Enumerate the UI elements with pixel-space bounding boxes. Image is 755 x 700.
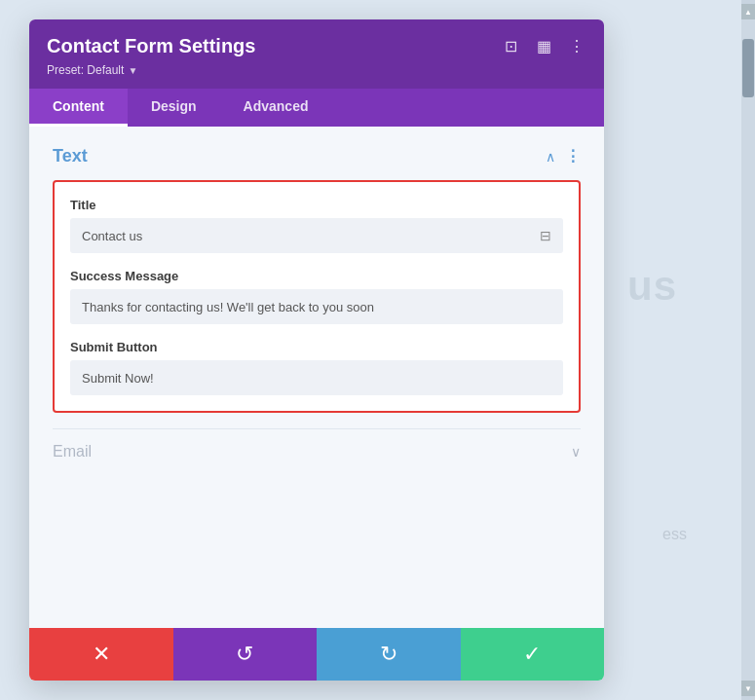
submit-button-label: Submit Button xyxy=(70,340,563,354)
modal-body: Text ∧ ⋮ Title Contact us ⊟ Success Mess… xyxy=(29,127,604,628)
title-field-group: Title Contact us ⊟ xyxy=(70,198,563,253)
tab-design[interactable]: Design xyxy=(128,89,220,127)
undo-button[interactable]: ↺ xyxy=(173,628,318,681)
target-icon[interactable]: ⊡ xyxy=(501,37,520,56)
header-top: Contact Form Settings ⊡ ▦ ⋮ xyxy=(47,35,586,57)
text-section-title: Text xyxy=(53,146,88,166)
settings-modal: Contact Form Settings ⊡ ▦ ⋮ Preset: Defa… xyxy=(29,19,604,681)
modal-footer: ✕ ↺ ↻ ✓ xyxy=(29,628,604,681)
section-collapse-icon[interactable]: ∧ xyxy=(546,149,555,165)
preset-label: Preset: Default xyxy=(47,63,124,77)
scrollbar-up[interactable]: ▲ xyxy=(741,4,755,19)
success-message-label: Success Message xyxy=(70,269,563,283)
page-scrollbar: ▲ ▼ xyxy=(741,0,755,700)
submit-button-field-group: Submit Button Submit Now! xyxy=(70,340,563,395)
more-options-icon[interactable]: ⋮ xyxy=(567,37,586,56)
modal-title: Contact Form Settings xyxy=(47,35,255,57)
cancel-button[interactable]: ✕ xyxy=(29,628,173,681)
preset-chevron: ▼ xyxy=(128,65,137,76)
submit-button-value: Submit Now! xyxy=(82,371,551,386)
title-input[interactable]: Contact us ⊟ xyxy=(70,218,563,253)
email-section-title: Email xyxy=(53,443,92,461)
tab-advanced[interactable]: Advanced xyxy=(220,89,332,127)
email-section[interactable]: Email ∨ xyxy=(53,428,581,474)
submit-button-input[interactable]: Submit Now! xyxy=(70,360,563,395)
header-icons: ⊡ ▦ ⋮ xyxy=(501,37,586,56)
scrollbar-track xyxy=(741,19,755,681)
success-message-field-group: Success Message Thanks for contacting us… xyxy=(70,269,563,324)
tabs-bar: Content Design Advanced xyxy=(29,89,604,127)
email-section-chevron: ∨ xyxy=(571,444,581,460)
save-button[interactable]: ✓ xyxy=(461,628,605,681)
success-message-value: Thanks for contacting us! We'll get back… xyxy=(82,300,551,314)
section-more-icon[interactable]: ⋮ xyxy=(565,147,581,166)
redo-button[interactable]: ↻ xyxy=(317,628,461,681)
modal-header: Contact Form Settings ⊡ ▦ ⋮ Preset: Defa… xyxy=(29,19,604,89)
preset-selector[interactable]: Preset: Default ▼ xyxy=(47,63,586,77)
title-value: Contact us xyxy=(82,229,540,243)
title-label: Title xyxy=(70,198,563,212)
bg-text-us: us xyxy=(627,263,677,310)
scrollbar-thumb[interactable] xyxy=(742,39,754,97)
text-section-header: Text ∧ ⋮ xyxy=(53,146,581,166)
success-message-input[interactable]: Thanks for contacting us! We'll get back… xyxy=(70,289,563,324)
title-text-icon: ⊟ xyxy=(540,228,551,243)
columns-icon[interactable]: ▦ xyxy=(534,37,553,56)
tab-content[interactable]: Content xyxy=(29,89,128,127)
text-section-box: Title Contact us ⊟ Success Message Thank… xyxy=(53,180,581,413)
scrollbar-down[interactable]: ▼ xyxy=(741,681,755,696)
section-controls: ∧ ⋮ xyxy=(546,147,581,166)
bg-text-ess: ess xyxy=(662,526,687,543)
